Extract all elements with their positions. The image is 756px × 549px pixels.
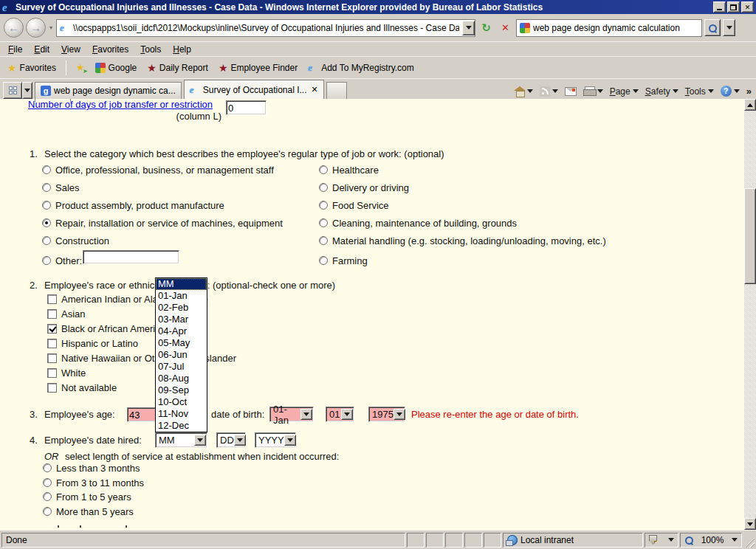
hired-day-select[interactable]: DD bbox=[216, 432, 246, 448]
radio-icon[interactable] bbox=[43, 463, 52, 472]
q2-option[interactable]: Hispanic or Latino bbox=[47, 337, 138, 349]
dropdown-item[interactable]: 02-Feb bbox=[156, 302, 207, 314]
dropdown-item[interactable]: 09-Sep bbox=[156, 384, 207, 396]
search-box[interactable]: web page design dynamic calculation bbox=[516, 19, 702, 37]
q4-option[interactable]: From 3 to 11 months bbox=[43, 477, 144, 488]
dob-month-select[interactable]: 01-Jan bbox=[269, 407, 314, 422]
radio-icon[interactable] bbox=[42, 256, 51, 265]
add-to-favorites-bar-button[interactable]: ★ bbox=[73, 61, 88, 75]
quick-tabs-button[interactable] bbox=[3, 82, 22, 99]
radio-icon[interactable] bbox=[319, 236, 328, 245]
q4-option[interactable]: From 1 to 5 years bbox=[43, 491, 131, 503]
q1-other-input[interactable] bbox=[83, 250, 179, 264]
home-button[interactable] bbox=[514, 86, 533, 96]
dropdown-item[interactable]: 12-Dec bbox=[156, 420, 207, 432]
q1-option[interactable]: Office, professional, business, or manag… bbox=[42, 164, 274, 176]
radio-checked-icon[interactable] bbox=[42, 218, 51, 227]
search-query[interactable]: web page design dynamic calculation bbox=[533, 23, 680, 33]
dropdown-item[interactable]: 07-Jul bbox=[156, 361, 207, 373]
scroll-down-button[interactable] bbox=[744, 518, 756, 530]
radio-icon[interactable] bbox=[319, 218, 328, 227]
back-button[interactable]: ← bbox=[4, 18, 24, 38]
restore-button[interactable] bbox=[727, 1, 740, 13]
dob-year-select[interactable]: 1975 bbox=[368, 407, 405, 422]
checkbox-checked-icon[interactable] bbox=[47, 324, 57, 334]
address-url[interactable]: \\ocspapps1\soii_idcf\2012\Mockups\inlin… bbox=[73, 23, 459, 33]
checkbox-icon[interactable] bbox=[47, 383, 57, 393]
vertical-scrollbar[interactable] bbox=[744, 99, 756, 530]
radio-icon[interactable] bbox=[319, 183, 328, 192]
scrollbar-thumb[interactable] bbox=[744, 188, 756, 284]
search-button[interactable] bbox=[704, 19, 721, 36]
address-field[interactable]: e \\ocspapps1\soii_idcf\2012\Mockups\inl… bbox=[56, 19, 475, 37]
stop-button[interactable]: ✕ bbox=[497, 19, 514, 36]
search-options-dropdown[interactable] bbox=[723, 19, 735, 36]
dropdown-item[interactable]: 06-Jun bbox=[156, 349, 207, 361]
recent-pages-dropdown[interactable]: ▾ bbox=[48, 24, 54, 31]
new-tab-stub[interactable] bbox=[326, 82, 347, 99]
tab-google-search[interactable]: g web page design dynamic ca... bbox=[35, 82, 182, 99]
dob-day-select[interactable]: 01 bbox=[326, 407, 354, 422]
q1-option[interactable]: Farming bbox=[319, 255, 368, 266]
dropdown-item[interactable]: 08-Aug bbox=[156, 373, 207, 384]
zoom-panel[interactable]: 100% bbox=[680, 533, 742, 548]
print-button[interactable] bbox=[583, 86, 603, 96]
q2-option[interactable]: Native Hawaiian or Other Pacific Islande… bbox=[47, 352, 236, 364]
dropdown-item[interactable]: 04-Apr bbox=[156, 325, 207, 337]
favorite-link-google[interactable]: Google bbox=[92, 61, 140, 75]
tab-survey-active[interactable]: e Survey of Occupational I... ✕ bbox=[184, 80, 324, 99]
help-menu-button[interactable]: ? bbox=[721, 86, 740, 97]
q1-option-selected[interactable]: Repair, installation or service of machi… bbox=[42, 217, 283, 229]
q2-option-selected[interactable]: Black or African American bbox=[47, 322, 171, 334]
checkbox-icon[interactable] bbox=[47, 294, 57, 304]
q2-option[interactable]: Not available bbox=[47, 381, 117, 393]
dropdown-item[interactable]: 05-May bbox=[156, 337, 207, 349]
q1-option[interactable]: Healthcare bbox=[319, 164, 379, 176]
radio-icon[interactable] bbox=[42, 183, 51, 192]
favorite-link-myregistry[interactable]: e Add To MyRegistry.com bbox=[305, 61, 417, 75]
favorite-link-daily-report[interactable]: ★ Daily Report bbox=[144, 61, 211, 75]
safety-menu-button[interactable]: Safety bbox=[645, 86, 678, 97]
close-button[interactable]: ✕ bbox=[741, 1, 754, 13]
q1-option[interactable]: Food Service bbox=[319, 199, 389, 211]
radio-icon[interactable] bbox=[42, 165, 51, 174]
scroll-up-button[interactable] bbox=[744, 99, 756, 111]
jobdays-input[interactable] bbox=[226, 100, 267, 115]
menu-edit[interactable]: Edit bbox=[28, 43, 55, 56]
menu-help[interactable]: Help bbox=[167, 43, 197, 56]
checkbox-icon[interactable] bbox=[47, 368, 57, 378]
dropdown-button[interactable] bbox=[234, 435, 246, 446]
radio-icon[interactable] bbox=[43, 507, 52, 516]
q4-option[interactable]: Less than 3 months bbox=[43, 462, 140, 474]
radio-icon[interactable] bbox=[43, 492, 52, 501]
radio-icon[interactable] bbox=[42, 201, 51, 210]
radio-icon[interactable] bbox=[319, 256, 328, 265]
dropdown-item[interactable]: 10-Oct bbox=[156, 396, 207, 408]
radio-icon[interactable] bbox=[319, 165, 328, 174]
minimize-button[interactable] bbox=[713, 1, 726, 13]
menu-view[interactable]: View bbox=[55, 43, 86, 56]
tools-menu-button[interactable]: Tools bbox=[685, 86, 714, 97]
checkbox-icon[interactable] bbox=[47, 353, 57, 363]
resize-grip[interactable] bbox=[745, 538, 755, 548]
checkbox-icon[interactable] bbox=[47, 309, 57, 319]
q2-option[interactable]: Asian bbox=[47, 308, 86, 320]
q1-option[interactable]: Material handling (e.g. stocking, loadin… bbox=[319, 235, 606, 246]
q2-option[interactable]: White bbox=[47, 367, 86, 379]
page-menu-button[interactable]: Page bbox=[610, 86, 639, 97]
q1-option[interactable]: Delivery or driving bbox=[319, 182, 409, 193]
read-mail-button[interactable] bbox=[565, 87, 577, 96]
q1-option[interactable]: Sales bbox=[42, 182, 80, 193]
forward-button[interactable]: → bbox=[26, 18, 46, 38]
q1-option[interactable]: Cleaning, maintenance of building, groun… bbox=[319, 217, 517, 229]
dropdown-item[interactable]: 01-Jan bbox=[156, 290, 207, 302]
jobdays-link[interactable]: Number of days of job transfer or restri… bbox=[28, 99, 213, 110]
toolbar-overflow-button[interactable]: » bbox=[746, 86, 752, 97]
dropdown-button[interactable] bbox=[194, 435, 206, 446]
dropdown-button[interactable] bbox=[394, 409, 405, 420]
dropdown-button[interactable] bbox=[284, 435, 296, 446]
dropdown-button[interactable] bbox=[300, 409, 312, 420]
hired-month-select[interactable]: MM bbox=[155, 432, 207, 448]
dropdown-item-selected[interactable]: MM bbox=[156, 278, 207, 290]
menu-tools[interactable]: Tools bbox=[134, 43, 167, 56]
